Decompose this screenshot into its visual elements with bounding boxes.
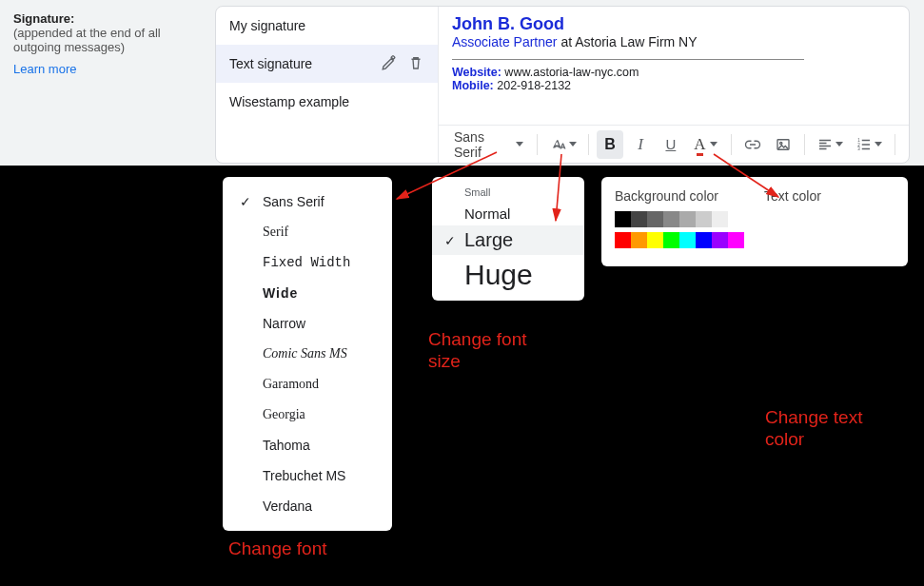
text-color-heading: Text color — [764, 188, 895, 204]
insert-link-button[interactable] — [739, 130, 766, 159]
preview-body[interactable]: John B. Good Associate Partner at Astori… — [439, 7, 909, 125]
signature-item-2[interactable]: Wisestamp example — [216, 83, 438, 121]
callout-change-color: Change text color — [765, 407, 889, 451]
color-swatch[interactable] — [631, 232, 647, 248]
insert-image-button[interactable] — [770, 130, 796, 159]
signature-label: Signature: — [13, 11, 74, 26]
toolbar-separator — [804, 134, 805, 155]
svg-text:3: 3 — [858, 146, 861, 151]
color-swatch[interactable] — [728, 232, 744, 248]
chevron-down-icon — [569, 142, 577, 146]
signature-preview: John B. Good Associate Partner at Astori… — [439, 7, 909, 163]
preview-website-label: Website: — [452, 66, 501, 79]
background-color-heading: Background color — [615, 188, 745, 204]
signature-item-1[interactable]: Text signature — [216, 45, 438, 83]
color-swatch[interactable] — [647, 211, 663, 227]
font-option[interactable]: Garamond — [223, 369, 392, 400]
edit-icon[interactable] — [381, 54, 398, 74]
color-swatch[interactable] — [679, 211, 696, 227]
align-button[interactable] — [813, 130, 848, 159]
toolbar-separator — [588, 134, 589, 155]
font-option-label: Serif — [263, 225, 288, 240]
color-swatch[interactable] — [696, 211, 712, 227]
font-family-label: Sans Serif — [454, 129, 510, 160]
color-swatch[interactable] — [679, 232, 696, 248]
text-color-menu: Background color Text color — [601, 177, 908, 266]
chevron-down-icon — [836, 142, 843, 146]
toolbar-separator — [731, 134, 732, 155]
preview-role-suffix: at Astoria Law Firm NY — [558, 34, 698, 49]
font-option[interactable]: Comic Sans MS — [223, 339, 392, 369]
font-option[interactable]: Fixed Width — [223, 247, 392, 278]
text-color-button[interactable]: A — [688, 130, 723, 159]
color-swatch[interactable] — [615, 232, 631, 248]
color-swatch[interactable] — [615, 211, 631, 227]
preview-name: John B. Good — [452, 14, 895, 34]
underline-button[interactable]: U — [658, 130, 684, 159]
font-option-label: Comic Sans MS — [263, 346, 347, 361]
font-option-label: Trebuchet MS — [263, 468, 345, 483]
color-swatch[interactable] — [712, 211, 728, 227]
signature-card: My signature Text signature Wisestamp ex… — [215, 6, 910, 164]
list-button[interactable]: 123 — [852, 130, 887, 159]
size-option-label: Huge — [464, 259, 533, 291]
preview-role: Associate Partner — [452, 34, 558, 49]
font-option-label: Narrow — [263, 316, 305, 331]
signature-heading-block: Signature: (appended at the end of all o… — [0, 0, 215, 88]
font-option-label: Sans Serif — [263, 194, 324, 209]
preview-mobile-label: Mobile: — [452, 79, 494, 92]
chevron-down-icon — [710, 142, 718, 146]
font-option-label: Verdana — [263, 498, 312, 514]
signature-item-label: Wisestamp example — [229, 94, 349, 109]
color-swatch[interactable] — [728, 211, 744, 227]
font-option[interactable]: Tahoma — [223, 430, 392, 460]
font-family-button[interactable]: Sans Serif — [448, 126, 529, 164]
font-option[interactable]: Serif — [223, 217, 392, 247]
size-option-label: Normal — [464, 205, 510, 222]
font-family-menu: ✓Sans SerifSerifFixed WidthWideNarrowCom… — [223, 177, 392, 531]
font-option-label: Fixed Width — [263, 255, 350, 270]
delete-icon[interactable] — [407, 54, 424, 74]
size-option[interactable]: ✓Large — [432, 225, 584, 255]
color-swatch[interactable] — [631, 211, 647, 227]
font-option[interactable]: ✓Sans Serif — [223, 186, 392, 217]
chevron-down-icon — [875, 142, 882, 146]
format-toolbar: Sans Serif B I U A — [439, 125, 909, 163]
color-swatch[interactable] — [663, 232, 679, 248]
learn-more-link[interactable]: Learn more — [13, 62, 76, 76]
signature-item-0[interactable]: My signature — [216, 7, 438, 45]
bold-button[interactable]: B — [597, 130, 623, 159]
font-option[interactable]: Georgia — [223, 400, 392, 430]
font-option-label: Georgia — [263, 407, 305, 422]
text-color-column: Text color — [764, 188, 895, 253]
font-option-label: Tahoma — [263, 438, 310, 453]
preview-website-value: www.astoria-law-nyc.com — [501, 66, 639, 79]
svg-point-1 — [779, 142, 781, 144]
color-swatch[interactable] — [647, 232, 663, 248]
chevron-down-icon — [516, 142, 523, 146]
color-swatch[interactable] — [712, 232, 728, 248]
toolbar-separator — [537, 134, 538, 155]
italic-button[interactable]: I — [627, 130, 654, 159]
font-option[interactable]: Trebuchet MS — [223, 460, 392, 491]
font-option[interactable]: Narrow — [223, 308, 392, 339]
size-option[interactable]: Small — [432, 183, 584, 202]
toolbar-separator — [895, 134, 895, 155]
preview-divider — [452, 59, 804, 60]
color-swatch[interactable] — [663, 211, 679, 227]
signature-item-label: My signature — [229, 18, 305, 33]
font-option-label: Garamond — [263, 377, 319, 392]
size-option[interactable]: Huge — [432, 255, 584, 295]
preview-mobile-value: 202-918-2132 — [494, 79, 571, 92]
font-option-label: Wide — [263, 285, 298, 301]
signature-item-label: Text signature — [229, 56, 312, 71]
size-option[interactable]: Normal — [432, 202, 584, 225]
signature-list: My signature Text signature Wisestamp ex… — [216, 7, 439, 163]
font-size-menu: SmallNormal✓LargeHuge — [432, 177, 584, 301]
font-option[interactable]: Wide — [223, 278, 392, 308]
signature-description: (appended at the end of all outgoing mes… — [13, 26, 202, 54]
color-swatch[interactable] — [696, 232, 712, 248]
font-size-button[interactable] — [545, 130, 580, 159]
font-option[interactable]: Verdana — [223, 491, 392, 521]
settings-panel: Signature: (appended at the end of all o… — [0, 0, 924, 166]
